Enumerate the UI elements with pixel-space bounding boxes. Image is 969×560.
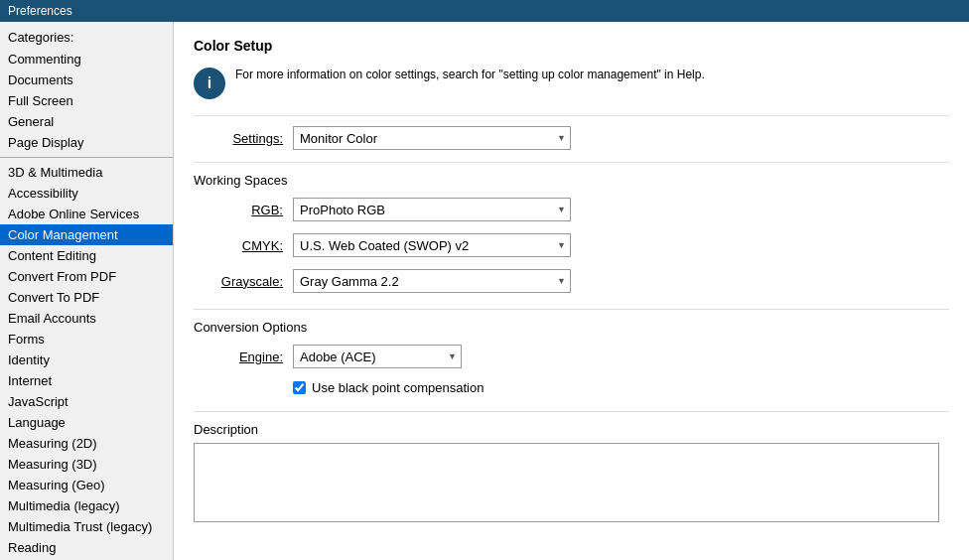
sidebar-item-adobe-online-services[interactable]: Adobe Online Services: [0, 204, 173, 224]
sidebar-item-3d-multimedia[interactable]: 3D & Multimedia: [0, 162, 173, 183]
main-container: Categories: CommentingDocumentsFull Scre…: [0, 22, 969, 560]
grayscale-row: Grayscale: Gray Gamma 2.2Dot Gain 20%: [194, 269, 949, 293]
sidebar-item-measuring-geo[interactable]: Measuring (Geo): [0, 475, 173, 495]
info-text: For more information on color settings, …: [235, 66, 705, 83]
sidebar-item-measuring-3d[interactable]: Measuring (3D): [0, 454, 173, 475]
settings-label: Settings:: [194, 131, 283, 146]
sidebar-divider: [0, 157, 173, 158]
grayscale-select[interactable]: Gray Gamma 2.2Dot Gain 20%: [293, 269, 571, 293]
cmyk-select-wrapper: U.S. Web Coated (SWOP) v2U.S. Sheetfed C…: [293, 233, 571, 257]
sidebar-item-color-management[interactable]: Color Management: [0, 224, 173, 245]
sidebar-item-internet[interactable]: Internet: [0, 370, 173, 391]
grayscale-label: Grayscale:: [194, 274, 283, 289]
sidebar-item-language[interactable]: Language: [0, 412, 173, 433]
black-point-row: Use black point compensation: [293, 380, 949, 395]
separator-3: [194, 309, 949, 310]
sidebar-item-accessibility[interactable]: Accessibility: [0, 183, 173, 204]
separator-2: [194, 162, 949, 163]
conversion-options-title: Conversion Options: [194, 320, 949, 335]
sidebar-item-full-screen[interactable]: Full Screen: [0, 90, 173, 111]
black-point-checkbox[interactable]: [293, 381, 306, 394]
cmyk-label: CMYK:: [194, 238, 283, 253]
working-spaces-section: Working Spaces RGB: ProPhoto RGBsRGB IEC…: [194, 173, 949, 293]
sidebar-header: Categories:: [0, 22, 173, 49]
sidebar-item-reading[interactable]: Reading: [0, 537, 173, 558]
sidebar-item-documents[interactable]: Documents: [0, 70, 173, 90]
engine-row: Engine: Adobe (ACE)Microsoft ICM: [194, 345, 949, 368]
engine-label: Engine:: [194, 350, 283, 364]
sidebar-item-page-display[interactable]: Page Display: [0, 132, 173, 153]
cmyk-row: CMYK: U.S. Web Coated (SWOP) v2U.S. Shee…: [194, 233, 949, 257]
cmyk-select[interactable]: U.S. Web Coated (SWOP) v2U.S. Sheetfed C…: [293, 233, 571, 257]
info-icon: i: [194, 68, 225, 99]
sidebar: Categories: CommentingDocumentsFull Scre…: [0, 22, 174, 560]
rgb-row: RGB: ProPhoto RGBsRGB IEC61966-2.1Adobe …: [194, 198, 949, 221]
sidebar-list[interactable]: CommentingDocumentsFull ScreenGeneralPag…: [0, 49, 173, 560]
sidebar-item-forms[interactable]: Forms: [0, 329, 173, 350]
separator-1: [194, 115, 949, 116]
description-label: Description: [194, 422, 949, 437]
sidebar-item-content-editing[interactable]: Content Editing: [0, 245, 173, 266]
rgb-select[interactable]: ProPhoto RGBsRGB IEC61966-2.1Adobe RGB (…: [293, 198, 571, 221]
description-section: Description: [194, 422, 949, 522]
info-box: i For more information on color settings…: [194, 66, 949, 99]
sidebar-item-email-accounts[interactable]: Email Accounts: [0, 308, 173, 329]
rgb-label: RGB:: [194, 203, 283, 217]
sidebar-item-convert-to-pdf[interactable]: Convert To PDF: [0, 287, 173, 308]
page-title: Color Setup: [194, 38, 949, 54]
black-point-label: Use black point compensation: [312, 380, 484, 395]
engine-select-wrapper: Adobe (ACE)Microsoft ICM: [293, 345, 462, 368]
sidebar-item-identity[interactable]: Identity: [0, 350, 173, 370]
title-bar: Preferences: [0, 0, 969, 22]
settings-select-wrapper: Monitor ColorNorth America General Purpo…: [293, 126, 571, 150]
sidebar-item-multimedia-trust-legacy[interactable]: Multimedia Trust (legacy): [0, 516, 173, 537]
grayscale-select-wrapper: Gray Gamma 2.2Dot Gain 20%: [293, 269, 571, 293]
sidebar-item-convert-from-pdf[interactable]: Convert From PDF: [0, 266, 173, 287]
sidebar-item-multimedia-legacy[interactable]: Multimedia (legacy): [0, 495, 173, 516]
sidebar-item-javascript[interactable]: JavaScript: [0, 391, 173, 412]
sidebar-item-general[interactable]: General: [0, 111, 173, 132]
rgb-select-wrapper: ProPhoto RGBsRGB IEC61966-2.1Adobe RGB (…: [293, 198, 571, 221]
engine-select[interactable]: Adobe (ACE)Microsoft ICM: [293, 345, 462, 368]
settings-select[interactable]: Monitor ColorNorth America General Purpo…: [293, 126, 571, 150]
title-bar-label: Preferences: [8, 4, 72, 18]
settings-row: Settings: Monitor ColorNorth America Gen…: [194, 126, 949, 150]
conversion-options-section: Conversion Options Engine: Adobe (ACE)Mi…: [194, 320, 949, 395]
sidebar-item-measuring-2d[interactable]: Measuring (2D): [0, 433, 173, 454]
working-spaces-title: Working Spaces: [194, 173, 949, 188]
description-box: [194, 443, 939, 522]
main-content: Color Setup i For more information on co…: [174, 22, 969, 560]
sidebar-item-commenting[interactable]: Commenting: [0, 49, 173, 70]
separator-4: [194, 411, 949, 412]
